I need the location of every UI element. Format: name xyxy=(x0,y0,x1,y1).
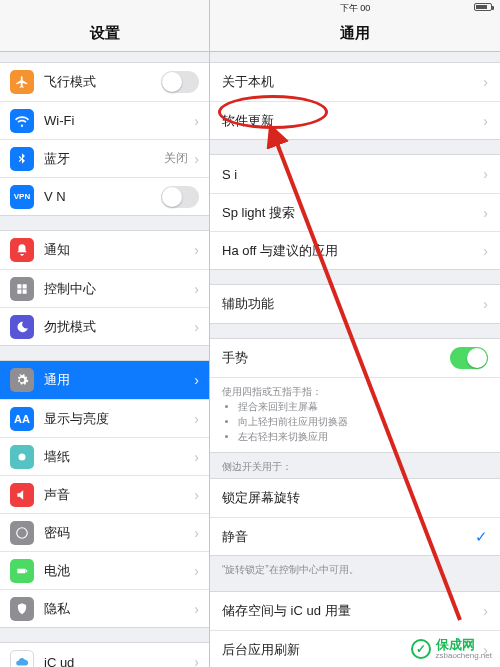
row-label: 软件更新 xyxy=(222,112,481,130)
row-label: 隐私 xyxy=(44,600,192,618)
row-label: 控制中心 xyxy=(44,280,192,298)
chevron-right-icon: › xyxy=(483,74,488,90)
sound-icon xyxy=(10,483,34,507)
watermark-logo-icon: ✓ xyxy=(411,639,431,659)
row-icloud[interactable]: iC ud › xyxy=(0,643,209,667)
row-privacy[interactable]: 隐私 › xyxy=(0,589,209,627)
left-title: 设置 xyxy=(0,16,209,52)
chevron-right-icon: › xyxy=(483,205,488,221)
battery-indicator-icon xyxy=(474,3,492,11)
status-bar: . xyxy=(0,0,209,16)
row-label: 显示与亮度 xyxy=(44,410,192,428)
battery-icon xyxy=(10,559,34,583)
chevron-right-icon: › xyxy=(483,296,488,312)
dnd-icon xyxy=(10,315,34,339)
row-spotlight-search[interactable]: Sp light 搜索 › xyxy=(210,193,500,231)
watermark-url: zsbaocheng.net xyxy=(436,652,493,660)
status-bar: 下午 00 xyxy=(210,0,500,16)
status-time: 下午 00 xyxy=(340,2,371,15)
gesture-footnote: 使用四指或五指手指： 捏合来回到主屏幕 向上轻扫前往应用切换器 左右轻扫来切换应… xyxy=(210,377,500,452)
row-label: 辅助功能 xyxy=(222,295,481,313)
row-bluetooth[interactable]: 蓝牙 关闭 › xyxy=(0,139,209,177)
row-label: V N xyxy=(44,189,161,204)
chevron-right-icon: › xyxy=(194,654,199,667)
row-handoff[interactable]: Ha off 与建议的应用 › xyxy=(210,231,500,269)
row-label: 静音 xyxy=(222,528,471,546)
row-battery[interactable]: 电池 › xyxy=(0,551,209,589)
gear-icon xyxy=(10,368,34,392)
chevron-right-icon: › xyxy=(194,525,199,541)
row-label: 墙纸 xyxy=(44,448,192,466)
chevron-right-icon: › xyxy=(194,113,199,129)
bluetooth-detail: 关闭 xyxy=(164,150,188,167)
row-lock-rotation[interactable]: 锁定屏幕旋转 xyxy=(210,479,500,517)
row-display-brightness[interactable]: AA 显示与亮度 › xyxy=(0,399,209,437)
sideswitch-header: 侧边开关用于： xyxy=(210,453,500,474)
bluetooth-icon xyxy=(10,147,34,171)
chevron-right-icon: › xyxy=(194,411,199,427)
row-label: 锁定屏幕旋转 xyxy=(222,489,488,507)
right-title: 通用 xyxy=(210,16,500,52)
left-scroll[interactable]: 飞行模式 Wi-Fi › 蓝牙 关闭 › VPN V N xyxy=(0,52,209,667)
display-icon: AA xyxy=(10,407,34,431)
icloud-icon xyxy=(10,650,34,667)
chevron-right-icon: › xyxy=(194,601,199,617)
row-label: 勿扰模式 xyxy=(44,318,192,336)
chevron-right-icon: › xyxy=(194,563,199,579)
vpn-switch[interactable] xyxy=(161,186,199,208)
row-gesture[interactable]: 手势 xyxy=(210,339,500,377)
row-siri[interactable]: S i › xyxy=(210,155,500,193)
row-label: Wi-Fi xyxy=(44,113,188,128)
chevron-right-icon: › xyxy=(194,372,199,388)
row-mute[interactable]: 静音 ✓ xyxy=(210,517,500,555)
right-pane: 下午 00 通用 关于本机 › 软件更新 › S i › xyxy=(210,0,500,667)
row-label: S i xyxy=(222,167,481,182)
row-label: 储存空间与 iC ud 用量 xyxy=(222,602,481,620)
row-software-update[interactable]: 软件更新 › xyxy=(210,101,500,139)
row-label: 飞行模式 xyxy=(44,73,161,91)
left-pane: . 设置 飞行模式 Wi-Fi › 蓝牙 关闭 xyxy=(0,0,210,667)
chevron-right-icon: › xyxy=(483,113,488,129)
notifications-icon xyxy=(10,238,34,262)
passcode-icon xyxy=(10,521,34,545)
chevron-right-icon: › xyxy=(194,151,199,167)
row-airplane-mode[interactable]: 飞行模式 xyxy=(0,63,209,101)
row-general[interactable]: 通用 › xyxy=(0,361,209,399)
svg-rect-3 xyxy=(26,569,27,571)
row-label: 电池 xyxy=(44,562,192,580)
wifi-icon xyxy=(10,109,34,133)
control-center-icon xyxy=(10,277,34,301)
checkmark-icon: ✓ xyxy=(475,528,488,546)
row-label: 关于本机 xyxy=(222,73,481,91)
row-notifications[interactable]: 通知 › xyxy=(0,231,209,269)
row-wallpaper[interactable]: 墙纸 › xyxy=(0,437,209,475)
airplane-switch[interactable] xyxy=(161,71,199,93)
row-passcode[interactable]: 密码 › xyxy=(0,513,209,551)
chevron-right-icon: › xyxy=(483,166,488,182)
row-do-not-disturb[interactable]: 勿扰模式 › xyxy=(0,307,209,345)
row-control-center[interactable]: 控制中心 › xyxy=(0,269,209,307)
row-storage-icloud-usage[interactable]: 储存空间与 iC ud 用量 › xyxy=(210,592,500,630)
row-label: Ha off 与建议的应用 xyxy=(222,242,481,260)
row-sound[interactable]: 声音 › xyxy=(0,475,209,513)
row-about[interactable]: 关于本机 › xyxy=(210,63,500,101)
row-label: 声音 xyxy=(44,486,192,504)
settings-split-view: . 设置 飞行模式 Wi-Fi › 蓝牙 关闭 xyxy=(0,0,500,667)
row-wifi[interactable]: Wi-Fi › xyxy=(0,101,209,139)
svg-point-0 xyxy=(19,453,26,460)
chevron-right-icon: › xyxy=(194,449,199,465)
airplane-icon xyxy=(10,70,34,94)
watermark-brand: 保成网 xyxy=(436,638,493,652)
row-vpn[interactable]: VPN V N xyxy=(0,177,209,215)
row-label: 蓝牙 xyxy=(44,150,164,168)
row-label: 密码 xyxy=(44,524,192,542)
row-accessibility[interactable]: 辅助功能 › xyxy=(210,285,500,323)
gesture-switch[interactable] xyxy=(450,347,488,369)
sideswitch-footnote: “旋转锁定”在控制中心中可用。 xyxy=(210,556,500,577)
watermark: ✓ 保成网 zsbaocheng.net xyxy=(407,635,497,663)
svg-rect-2 xyxy=(17,568,25,573)
wallpaper-icon xyxy=(10,445,34,469)
right-scroll[interactable]: 关于本机 › 软件更新 › S i › Sp light 搜索 › xyxy=(210,52,500,667)
row-label: 通知 xyxy=(44,241,192,259)
chevron-right-icon: › xyxy=(194,319,199,335)
